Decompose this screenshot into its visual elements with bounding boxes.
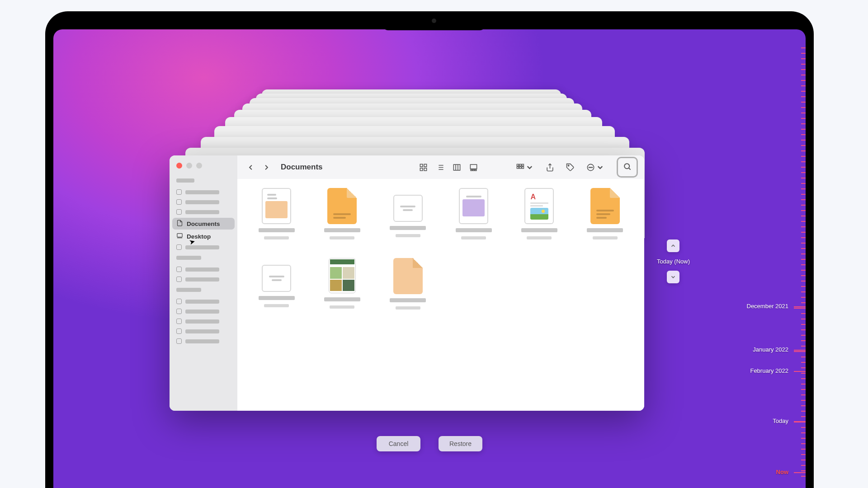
sidebar-item-desktop[interactable]: Desktop bbox=[170, 230, 237, 242]
view-switcher bbox=[415, 160, 482, 174]
document-icon bbox=[262, 265, 291, 292]
svg-rect-22 bbox=[517, 166, 519, 168]
file-item[interactable] bbox=[382, 188, 434, 258]
sidebar-item-placeholder[interactable] bbox=[170, 274, 237, 284]
timeline-up-button[interactable] bbox=[667, 239, 679, 252]
document-icon bbox=[459, 188, 488, 224]
timeline-mark-label: December 2021 bbox=[747, 303, 789, 310]
file-meta-placeholder bbox=[527, 236, 552, 239]
document-icon bbox=[262, 188, 291, 224]
file-name-placeholder bbox=[259, 296, 295, 300]
tags-button[interactable] bbox=[562, 160, 579, 174]
document-icon bbox=[329, 258, 356, 293]
timeline-navigation: Today (Now) bbox=[657, 239, 690, 283]
sidebar-item-placeholder[interactable] bbox=[170, 326, 237, 336]
window-title: Documents bbox=[281, 163, 323, 172]
search-field-wrap bbox=[617, 157, 638, 178]
file-meta-placeholder bbox=[264, 304, 289, 307]
timeline-mark-label: Today bbox=[773, 418, 788, 424]
svg-line-32 bbox=[629, 168, 631, 170]
svg-rect-21 bbox=[522, 164, 524, 166]
file-meta-placeholder bbox=[264, 236, 289, 239]
sidebar-section-header bbox=[176, 178, 194, 183]
sidebar-item-placeholder[interactable] bbox=[170, 197, 237, 207]
file-name-placeholder bbox=[456, 228, 492, 232]
traffic-lights bbox=[170, 161, 237, 175]
timeline-ruler[interactable]: December 2021 January 2022 February 2022… bbox=[715, 38, 806, 488]
minimize-button[interactable] bbox=[186, 163, 192, 169]
sidebar-section-header bbox=[176, 256, 201, 260]
file-item[interactable] bbox=[316, 188, 368, 258]
sidebar-item-placeholder[interactable] bbox=[170, 242, 237, 252]
action-bar: Cancel Restore bbox=[377, 436, 482, 451]
sidebar-item-placeholder[interactable] bbox=[170, 336, 237, 346]
svg-point-31 bbox=[624, 164, 629, 169]
desktop-screen: Documents Desktop bbox=[53, 29, 806, 488]
zoom-button[interactable] bbox=[196, 163, 202, 169]
restore-button[interactable]: Restore bbox=[439, 436, 482, 451]
sidebar-item-placeholder[interactable] bbox=[170, 296, 237, 306]
sidebar-item-placeholder[interactable] bbox=[170, 264, 237, 274]
icon-view-button[interactable] bbox=[415, 160, 432, 174]
sidebar-section-header bbox=[176, 288, 201, 292]
file-name-placeholder bbox=[390, 226, 426, 230]
document-icon bbox=[393, 195, 423, 222]
back-button[interactable] bbox=[244, 160, 258, 174]
file-item[interactable] bbox=[579, 188, 632, 258]
file-name-placeholder bbox=[324, 228, 360, 232]
cancel-button[interactable]: Cancel bbox=[377, 436, 420, 451]
svg-rect-17 bbox=[473, 169, 474, 170]
timeline-mark-label: February 2022 bbox=[750, 367, 788, 374]
sidebar-item-placeholder[interactable] bbox=[170, 187, 237, 197]
timeline-down-button[interactable] bbox=[667, 271, 679, 283]
finder-main: Documents bbox=[237, 155, 644, 411]
svg-point-26 bbox=[568, 165, 569, 166]
svg-rect-0 bbox=[177, 234, 182, 237]
file-grid: A bbox=[237, 179, 644, 411]
sidebar-item-placeholder[interactable] bbox=[170, 207, 237, 217]
svg-rect-2 bbox=[420, 164, 423, 167]
search-button[interactable] bbox=[620, 160, 634, 174]
svg-rect-15 bbox=[470, 164, 476, 169]
svg-point-29 bbox=[590, 167, 591, 168]
svg-rect-18 bbox=[475, 169, 476, 170]
file-item[interactable]: A bbox=[513, 188, 566, 258]
file-item[interactable] bbox=[250, 188, 303, 258]
finder-sidebar: Documents Desktop bbox=[170, 155, 237, 411]
sidebar-item-placeholder[interactable] bbox=[170, 316, 237, 326]
forward-button[interactable] bbox=[259, 160, 274, 174]
file-meta-placeholder bbox=[396, 234, 420, 237]
file-name-placeholder bbox=[587, 228, 623, 232]
svg-point-28 bbox=[589, 167, 590, 168]
file-name-placeholder bbox=[390, 298, 426, 302]
timeline-mark-label: January 2022 bbox=[753, 346, 788, 353]
gallery-view-button[interactable] bbox=[465, 160, 482, 174]
svg-rect-16 bbox=[471, 169, 472, 170]
svg-rect-3 bbox=[424, 164, 427, 167]
close-button[interactable] bbox=[176, 163, 182, 169]
document-icon bbox=[176, 220, 183, 228]
column-view-button[interactable] bbox=[448, 160, 465, 174]
action-menu-button[interactable] bbox=[582, 160, 609, 174]
file-meta-placeholder bbox=[330, 305, 354, 309]
svg-rect-24 bbox=[522, 166, 524, 168]
svg-rect-23 bbox=[519, 166, 521, 168]
laptop-bezel: Documents Desktop bbox=[45, 11, 814, 488]
share-button[interactable] bbox=[542, 160, 558, 174]
file-item[interactable] bbox=[316, 258, 368, 328]
file-item[interactable] bbox=[382, 258, 434, 328]
timeline-now-label: Now bbox=[776, 469, 788, 475]
document-icon bbox=[327, 188, 357, 224]
file-name-placeholder bbox=[521, 228, 557, 232]
list-view-button[interactable] bbox=[432, 160, 448, 174]
finder-toolbar: Documents bbox=[237, 155, 644, 179]
file-meta-placeholder bbox=[330, 236, 354, 239]
sidebar-item-documents[interactable]: Documents bbox=[172, 218, 235, 230]
file-item[interactable] bbox=[250, 258, 303, 328]
document-icon bbox=[393, 258, 423, 294]
file-item[interactable] bbox=[447, 188, 500, 258]
sidebar-item-placeholder[interactable] bbox=[170, 306, 237, 316]
group-by-button[interactable] bbox=[512, 160, 538, 174]
svg-rect-20 bbox=[519, 164, 521, 166]
laptop-notch bbox=[382, 11, 486, 30]
